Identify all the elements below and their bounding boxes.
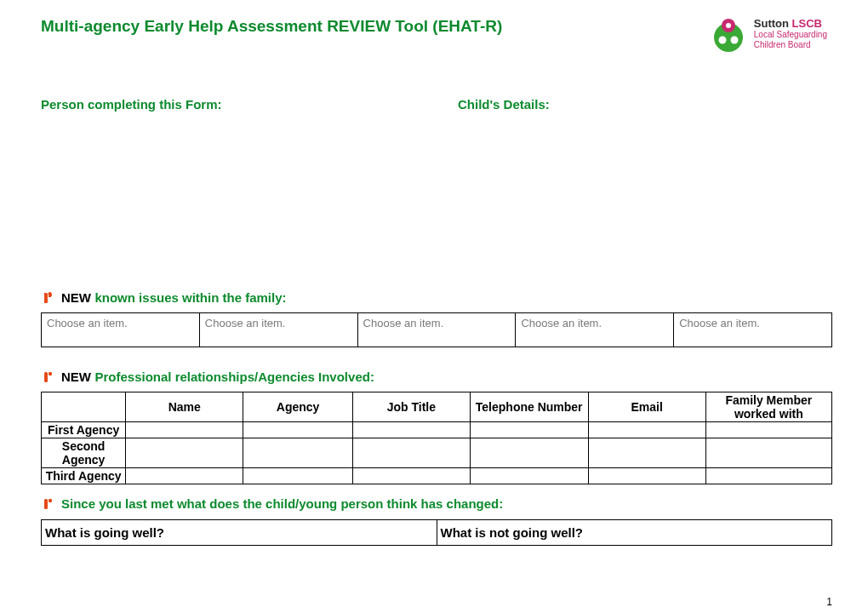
- cell-input[interactable]: [588, 422, 705, 438]
- cell-input[interactable]: [705, 438, 831, 468]
- cell-input[interactable]: [126, 422, 243, 438]
- svg-rect-10: [44, 499, 48, 509]
- label-child-details: Child's Details:: [458, 97, 550, 112]
- heading-new-issues: NEW known issues within the family:: [41, 290, 834, 306]
- table-row: Second Agency: [42, 438, 832, 468]
- th-email: Email: [588, 392, 705, 422]
- th-telephone: Telephone Number: [470, 392, 588, 422]
- th-family-member: Family Member worked with: [705, 392, 831, 422]
- issue-dropdown-3[interactable]: Choose an item.: [357, 313, 516, 347]
- label-person-completing: Person completing this Form:: [41, 97, 458, 112]
- agencies-heading: Professional relationships/Agencies Invo…: [94, 370, 374, 384]
- table-row: First Agency: [42, 422, 832, 438]
- cell-input[interactable]: [352, 438, 470, 468]
- agencies-table: Name Agency Job Title Telephone Number E…: [41, 392, 832, 484]
- issue-dropdown-4[interactable]: Choose an item.: [516, 313, 674, 347]
- form-page: Multi-agency Early Help Assessment REVIE…: [0, 0, 868, 554]
- logo-brand-pink: LSCB: [792, 17, 822, 30]
- th-name: Name: [126, 392, 243, 422]
- svg-point-3: [730, 37, 738, 44]
- svg-point-2: [718, 37, 726, 44]
- table-row: Third Agency: [42, 468, 832, 484]
- col-going-well: What is going well?: [42, 520, 437, 546]
- cell-input[interactable]: [243, 422, 353, 438]
- cell-input[interactable]: [470, 468, 588, 484]
- row-label-second: Second Agency: [42, 438, 126, 468]
- svg-point-7: [49, 293, 52, 296]
- svg-point-4: [726, 23, 731, 28]
- cell-input[interactable]: [588, 468, 705, 484]
- svg-rect-8: [44, 372, 48, 382]
- blank-header: [42, 392, 126, 422]
- cell-input[interactable]: [470, 438, 588, 468]
- heading-agencies: NEW Professional relationships/Agencies …: [41, 370, 834, 385]
- heading-changed: Since you last met what does the child/y…: [41, 496, 834, 511]
- cell-input[interactable]: [126, 468, 243, 484]
- cell-input[interactable]: [352, 468, 470, 484]
- svg-point-9: [49, 372, 52, 375]
- logo-icon: [710, 15, 747, 53]
- cell-input[interactable]: [126, 438, 243, 468]
- col-not-going-well: What is not going well?: [437, 520, 832, 546]
- page-number: 1: [826, 596, 832, 608]
- svg-rect-6: [44, 293, 48, 303]
- th-job-title: Job Title: [352, 392, 470, 422]
- svg-point-11: [49, 498, 52, 501]
- cell-input[interactable]: [470, 422, 588, 438]
- header-row: Multi-agency Early Help Assessment REVIE…: [41, 15, 834, 53]
- section-labels: Person completing this Form: Child's Det…: [41, 97, 834, 112]
- new-prefix: NEW: [61, 290, 91, 305]
- logo-brand-dark: Sutton: [754, 17, 789, 30]
- row-label-first: First Agency: [42, 422, 126, 438]
- issue-dropdown-2[interactable]: Choose an item.: [199, 313, 357, 347]
- issue-dropdown-5[interactable]: Choose an item.: [674, 313, 832, 347]
- issues-table: Choose an item. Choose an item. Choose a…: [41, 312, 832, 347]
- issues-heading: known issues within the family:: [94, 290, 286, 305]
- cell-input[interactable]: [705, 422, 831, 438]
- cell-input[interactable]: [352, 422, 470, 438]
- page-title: Multi-agency Early Help Assessment REVIE…: [41, 17, 502, 36]
- cell-input[interactable]: [705, 468, 831, 484]
- new-prefix: NEW: [61, 370, 91, 384]
- cell-input[interactable]: [243, 438, 353, 468]
- row-label-third: Third Agency: [42, 468, 126, 484]
- logo: Sutton LSCB Local Safeguarding Children …: [710, 15, 827, 53]
- issue-dropdown-1[interactable]: Choose an item.: [42, 313, 200, 347]
- cell-input[interactable]: [588, 438, 705, 468]
- th-agency: Agency: [243, 392, 353, 422]
- changed-heading: Since you last met what does the child/y…: [61, 496, 503, 511]
- table-header-row: Name Agency Job Title Telephone Number E…: [42, 392, 832, 422]
- logo-sub1: Local Safeguarding: [754, 30, 827, 40]
- logo-text: Sutton LSCB Local Safeguarding Children …: [754, 18, 827, 51]
- info-icon: [41, 370, 54, 384]
- wellbeing-table: What is going well? What is not going we…: [41, 519, 832, 546]
- info-icon: [41, 291, 54, 305]
- cell-input[interactable]: [243, 468, 353, 484]
- info-icon: [41, 497, 54, 511]
- logo-sub2: Children Board: [754, 40, 827, 50]
